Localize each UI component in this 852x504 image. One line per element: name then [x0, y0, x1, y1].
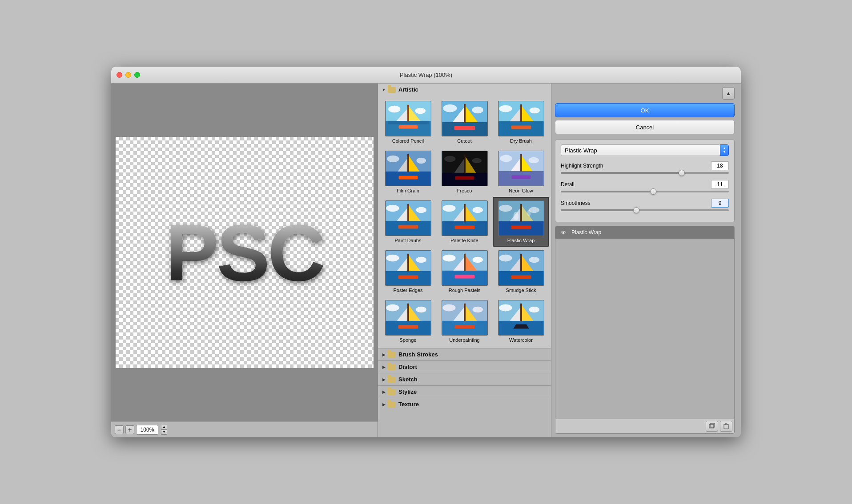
filter-item-poster-edges[interactable]: Poster Edges [380, 247, 436, 296]
delete-layer-icon [723, 423, 729, 429]
filter-list-empty-area [378, 410, 551, 437]
sketch-category[interactable]: ▶ Sketch [378, 373, 551, 385]
filter-item-film-grain[interactable]: Film Grain [380, 147, 436, 197]
texture-category[interactable]: ▶ Texture [378, 398, 551, 410]
svg-point-83 [416, 257, 426, 263]
highlight-strength-value[interactable]: 18 [711, 161, 729, 170]
filter-select-row: Plastic Wrap ▲ ▼ [561, 144, 729, 156]
svg-point-15 [443, 104, 457, 112]
filter-item-dry-brush[interactable]: Dry Brush [493, 97, 549, 147]
filter-select[interactable]: Plastic Wrap [561, 144, 720, 156]
close-button[interactable] [117, 72, 122, 78]
svg-rect-80 [407, 254, 409, 272]
svg-rect-121 [520, 304, 522, 321]
highlight-strength-slider-track[interactable] [561, 172, 729, 174]
svg-marker-118 [513, 324, 529, 329]
filter-thumb-colored-pencil [385, 101, 431, 136]
filter-item-sponge[interactable]: Sponge [380, 296, 436, 346]
new-layer-button[interactable] [706, 421, 718, 432]
params-panel: Plastic Wrap ▲ ▼ Highlight Strength 18 [555, 140, 735, 222]
layer-visibility-icon[interactable]: 👁 [559, 229, 568, 236]
svg-rect-55 [398, 225, 418, 229]
filter-item-plastic-wrap[interactable]: Plastic Wrap [493, 197, 549, 247]
svg-rect-89 [454, 275, 474, 279]
detail-slider-track[interactable] [561, 191, 729, 192]
filter-item-watercolor[interactable]: Watercolor [493, 296, 549, 346]
filter-grid: Colored Pencil [378, 96, 551, 348]
svg-rect-97 [511, 276, 531, 279]
delete-layer-button[interactable] [720, 421, 732, 432]
svg-point-107 [416, 307, 426, 313]
filter-name-watercolor: Watercolor [509, 337, 533, 343]
filter-name-cutout: Cutout [457, 138, 471, 144]
filter-thumb-film-grain [385, 151, 431, 186]
detail-value[interactable]: 11 [711, 180, 729, 189]
filter-thumb-sponge [385, 300, 431, 336]
filter-item-palette-knife[interactable]: Palette Knife [436, 197, 493, 247]
filter-name-smudge-stick: Smudge Stick [506, 288, 536, 293]
svg-point-23 [499, 105, 512, 112]
preview-canvas: PSC [111, 84, 378, 421]
filter-item-neon-glow[interactable]: Neon Glow [493, 147, 549, 197]
detail-row: Detail 11 [561, 180, 729, 192]
svg-point-75 [527, 210, 530, 217]
detail-slider-fill [561, 191, 653, 192]
filter-item-underpainting[interactable]: Underpainting [436, 296, 493, 346]
zoom-stepper[interactable]: ▲ ▼ [161, 425, 167, 435]
highlight-strength-label: Highlight Strength [561, 163, 603, 169]
titlebar-buttons [117, 72, 140, 78]
smoothness-slider-thumb[interactable] [633, 207, 639, 213]
filter-name-poster-edges: Poster Edges [393, 288, 422, 293]
stylize-label: Stylize [398, 388, 417, 395]
filter-item-smudge-stick[interactable]: Smudge Stick [493, 247, 549, 296]
svg-point-72 [499, 205, 512, 212]
highlight-strength-label-row: Highlight Strength 18 [561, 161, 729, 170]
filter-thumb-smudge-stick [498, 250, 544, 286]
layer-row[interactable]: 👁 Plastic Wrap [555, 226, 734, 239]
preview-image: PSC [116, 137, 374, 368]
filter-thumb-dry-brush [498, 101, 544, 136]
filter-name-underpainting: Underpainting [449, 337, 480, 343]
ok-button[interactable]: OK [555, 103, 735, 117]
filter-scroll-area[interactable]: ▼ Artistic [378, 84, 551, 437]
detail-label: Detail [561, 181, 575, 188]
highlight-strength-row: Highlight Strength 18 [561, 161, 729, 174]
smoothness-row: Smoothness 9 [561, 199, 729, 211]
svg-point-32 [416, 158, 426, 164]
filter-panel: ▼ Artistic [378, 84, 551, 437]
filter-item-colored-pencil[interactable]: Colored Pencil [380, 97, 436, 147]
filter-gallery-dialog: Plastic Wrap (100%) PSC – + 100% ▲ ▼ [111, 67, 741, 437]
stylize-category[interactable]: ▶ Stylize [378, 385, 551, 398]
detail-slider-thumb[interactable] [650, 188, 656, 195]
smoothness-slider-track[interactable] [561, 209, 729, 211]
maximize-button[interactable] [134, 72, 140, 78]
distort-category[interactable]: ▶ Distort [378, 360, 551, 373]
svg-rect-6 [398, 125, 418, 129]
filter-item-cutout[interactable]: Cutout [436, 97, 493, 147]
minimize-button[interactable] [125, 72, 131, 78]
filter-item-fresco[interactable]: Fresco [436, 147, 493, 197]
svg-rect-105 [398, 325, 418, 329]
filter-thumb-poster-edges [385, 250, 431, 286]
filter-thumb-plastic-wrap [498, 200, 544, 236]
zoom-out-button[interactable]: – [115, 425, 124, 434]
texture-arrow: ▶ [382, 402, 386, 407]
layers-panel: 👁 Plastic Wrap [555, 226, 735, 434]
filter-name-palette-knife: Palette Knife [450, 238, 478, 243]
collapse-panel-button[interactable]: ▲ [722, 87, 735, 100]
svg-point-114 [442, 304, 455, 312]
select-arrows[interactable]: ▲ ▼ [720, 144, 729, 156]
smoothness-value[interactable]: 9 [711, 199, 729, 208]
filter-item-rough-pastels[interactable]: Rough Pastels [436, 247, 493, 296]
cancel-button[interactable]: Cancel [555, 120, 735, 134]
highlight-strength-slider-thumb[interactable] [679, 170, 685, 176]
zoom-in-button[interactable]: + [125, 425, 134, 434]
filter-name-fresco: Fresco [457, 188, 472, 193]
artistic-category-header[interactable]: ▼ Artistic [378, 84, 551, 96]
right-panel: ▲ OK Cancel Plastic Wrap ▲ ▼ [551, 84, 738, 437]
artistic-folder-icon [388, 87, 396, 93]
svg-rect-14 [454, 126, 475, 130]
detail-label-row: Detail 11 [561, 180, 729, 189]
filter-item-paint-daubs[interactable]: Paint Daubs [380, 197, 436, 247]
brush-strokes-category[interactable]: ▶ Brush Strokes [378, 348, 551, 360]
